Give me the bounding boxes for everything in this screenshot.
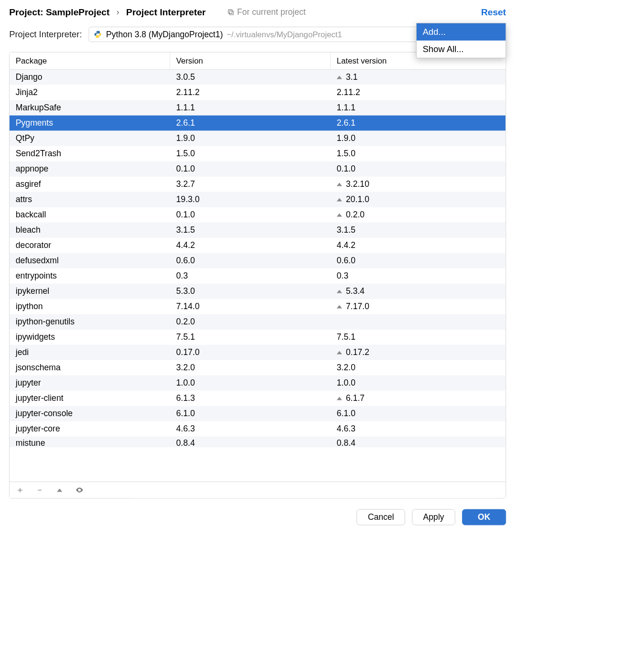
package-name: Send2Trash	[10, 149, 170, 159]
latest-version-text: 0.1.0	[337, 164, 355, 174]
package-name: QtPy	[10, 133, 170, 143]
upgrade-available-icon	[337, 213, 342, 216]
latest-version-text: 0.17.2	[346, 347, 369, 357]
remove-package-button[interactable]: －	[35, 485, 45, 495]
package-version: 1.1.1	[170, 103, 331, 113]
copy-icon	[227, 9, 235, 16]
table-row[interactable]: asgiref3.2.73.2.10	[10, 177, 505, 192]
upgrade-available-icon	[337, 75, 342, 79]
package-name: MarkupSafe	[10, 103, 170, 113]
latest-version-text: 5.3.4	[346, 286, 365, 296]
table-row[interactable]: jedi0.17.00.17.2	[10, 345, 505, 360]
add-package-button[interactable]: ＋	[15, 485, 25, 495]
package-version: 0.2.0	[170, 317, 331, 327]
package-version: 0.6.0	[170, 256, 331, 266]
package-name: appnope	[10, 164, 170, 174]
latest-version-text: 6.1.0	[337, 409, 355, 419]
package-name: ipython	[10, 301, 170, 312]
package-latest: 5.3.4	[331, 286, 505, 296]
table-row[interactable]: jupyter-client6.1.36.1.7	[10, 391, 505, 406]
package-name: ipython-genutils	[10, 317, 170, 327]
latest-version-text: 20.1.0	[346, 194, 369, 204]
package-version: 6.1.0	[170, 409, 331, 419]
table-row[interactable]: ipython-genutils0.2.0	[10, 314, 505, 330]
package-latest: 0.8.4	[331, 438, 505, 447]
dropdown-add[interactable]: Add...	[417, 23, 505, 41]
table-row[interactable]: jupyter1.0.01.0.0	[10, 376, 505, 391]
svg-point-2	[97, 32, 97, 32]
package-latest: 1.0.0	[331, 378, 505, 388]
package-name: jupyter-core	[10, 424, 170, 434]
breadcrumb-root[interactable]: Project: SampleProject	[9, 7, 109, 17]
package-name: Django	[10, 72, 170, 82]
package-name: jupyter-client	[10, 393, 170, 403]
package-version: 4.4.2	[170, 240, 331, 250]
table-row[interactable]: mistune0.8.40.8.4	[10, 437, 505, 447]
package-version: 5.3.0	[170, 286, 331, 296]
latest-version-text: 0.8.4	[337, 438, 355, 447]
interpreter-path: ~/.virtualenvs/MyDjangoProject1	[227, 30, 342, 39]
reset-link[interactable]: Reset	[481, 7, 506, 17]
package-latest: 0.6.0	[331, 256, 505, 266]
table-row[interactable]: ipywidgets7.5.17.5.1	[10, 330, 505, 345]
table-row[interactable]: defusedxml0.6.00.6.0	[10, 253, 505, 269]
table-row[interactable]: decorator4.4.24.4.2	[10, 238, 505, 253]
table-row[interactable]: Django3.0.53.1	[10, 70, 505, 85]
upgrade-icon	[57, 488, 62, 492]
table-row[interactable]: jsonschema3.2.03.2.0	[10, 360, 505, 376]
apply-button[interactable]: Apply	[412, 509, 455, 526]
package-version: 7.14.0	[170, 301, 331, 312]
table-row[interactable]: attrs19.3.020.1.0	[10, 192, 505, 207]
table-row[interactable]: entrypoints0.30.3	[10, 269, 505, 284]
latest-version-text: 7.17.0	[346, 301, 369, 312]
latest-version-text: 1.9.0	[337, 133, 355, 143]
package-latest: 20.1.0	[331, 194, 505, 204]
table-row[interactable]: appnope0.1.00.1.0	[10, 161, 505, 177]
package-latest: 2.6.1	[331, 118, 505, 128]
package-name: attrs	[10, 194, 170, 204]
scope-text: For current project	[237, 7, 306, 17]
package-version: 0.8.4	[170, 438, 331, 447]
table-row[interactable]: Pygments2.6.12.6.1	[10, 116, 505, 131]
upgrade-available-icon	[337, 397, 342, 400]
package-latest: 0.3	[331, 271, 505, 281]
table-row[interactable]: bleach3.1.53.1.5	[10, 223, 505, 238]
table-row[interactable]: MarkupSafe1.1.11.1.1	[10, 100, 505, 116]
dropdown-show-all[interactable]: Show All...	[417, 41, 505, 58]
package-version: 1.0.0	[170, 378, 331, 388]
dialog-footer: Cancel Apply OK	[9, 498, 506, 525]
column-version[interactable]: Version	[170, 53, 331, 69]
table-row[interactable]: Send2Trash1.5.01.5.0	[10, 146, 505, 161]
upgrade-package-button[interactable]	[54, 485, 64, 495]
table-row[interactable]: Jinja22.11.22.11.2	[10, 85, 505, 100]
package-version: 0.1.0	[170, 164, 331, 174]
table-row[interactable]: QtPy1.9.01.9.0	[10, 131, 505, 146]
package-latest: 4.6.3	[331, 424, 505, 434]
table-body: Django3.0.53.1Jinja22.11.22.11.2MarkupSa…	[10, 70, 505, 482]
package-name: ipykernel	[10, 286, 170, 296]
table-row[interactable]: ipykernel5.3.05.3.4	[10, 284, 505, 299]
eye-icon	[75, 486, 84, 495]
breadcrumb-project-name: SampleProject	[46, 7, 109, 17]
python-icon	[94, 30, 102, 39]
table-row[interactable]: jupyter-core4.6.34.6.3	[10, 421, 505, 437]
package-version: 0.1.0	[170, 210, 331, 220]
package-latest: 3.1.5	[331, 225, 505, 235]
column-package[interactable]: Package	[10, 53, 170, 69]
latest-version-text: 2.11.2	[337, 87, 360, 97]
package-latest: 6.1.0	[331, 409, 505, 419]
table-row[interactable]: backcall0.1.00.2.0	[10, 207, 505, 223]
latest-version-text: 6.1.7	[346, 393, 365, 403]
package-name: backcall	[10, 210, 170, 220]
package-latest: 0.1.0	[331, 164, 505, 174]
package-version: 7.5.1	[170, 332, 331, 342]
table-row[interactable]: ipython7.14.07.17.0	[10, 299, 505, 314]
table-row[interactable]: jupyter-console6.1.06.1.0	[10, 406, 505, 421]
ok-button[interactable]: OK	[462, 509, 506, 526]
package-version: 0.3	[170, 271, 331, 281]
latest-version-text: 1.1.1	[337, 103, 355, 113]
package-latest: 2.11.2	[331, 87, 505, 97]
cancel-button[interactable]: Cancel	[357, 509, 405, 526]
show-details-button[interactable]	[75, 485, 85, 495]
svg-point-3	[99, 37, 99, 37]
